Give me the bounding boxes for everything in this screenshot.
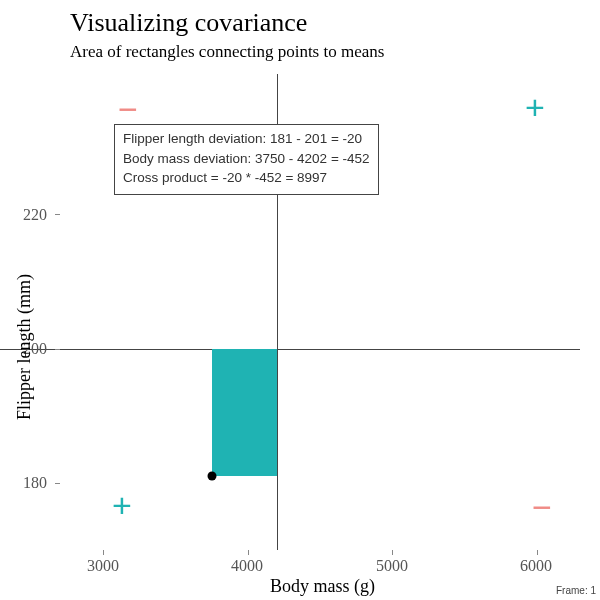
x-tick-mark bbox=[392, 550, 393, 555]
y-tick-label: 180 bbox=[23, 474, 47, 492]
y-tick-label: 220 bbox=[23, 206, 47, 224]
chart-subtitle: Area of rectangles connecting points to … bbox=[70, 42, 384, 62]
x-axis-title: Body mass (g) bbox=[270, 576, 375, 597]
mean-y-line bbox=[0, 349, 580, 350]
annotation-line: Cross product = -20 * -452 = 8997 bbox=[123, 168, 370, 188]
chart-title: Visualizing covariance bbox=[70, 8, 307, 38]
annotation-box: Flipper length deviation: 181 - 201 = -2… bbox=[114, 124, 379, 195]
x-tick-mark bbox=[103, 550, 104, 555]
annotation-line: Flipper length deviation: 181 - 201 = -2… bbox=[123, 129, 370, 149]
y-tick-mark bbox=[55, 214, 60, 215]
y-tick-mark bbox=[55, 349, 60, 350]
x-tick-mark bbox=[537, 550, 538, 555]
quad-sign-bottom-left: + bbox=[112, 486, 132, 525]
quad-sign-bottom-right: − bbox=[532, 488, 552, 527]
quad-sign-top-right: + bbox=[525, 88, 545, 127]
x-tick-mark bbox=[248, 550, 249, 555]
x-tick-label: 3000 bbox=[87, 557, 119, 575]
x-tick-label: 5000 bbox=[376, 557, 408, 575]
plot-area: − + + − Flipper length deviation: 181 - … bbox=[60, 80, 580, 550]
annotation-line: Body mass deviation: 3750 - 4202 = -452 bbox=[123, 149, 370, 169]
y-tick-mark bbox=[55, 483, 60, 484]
frame-label: Frame: 1 bbox=[556, 585, 596, 596]
x-tick-label: 4000 bbox=[231, 557, 263, 575]
covariance-rect bbox=[212, 349, 277, 477]
x-tick-label: 6000 bbox=[520, 557, 552, 575]
y-axis-title: Flipper length (mm) bbox=[14, 274, 35, 420]
data-point bbox=[207, 472, 216, 481]
chart-container: Visualizing covariance Area of rectangle… bbox=[0, 0, 600, 600]
